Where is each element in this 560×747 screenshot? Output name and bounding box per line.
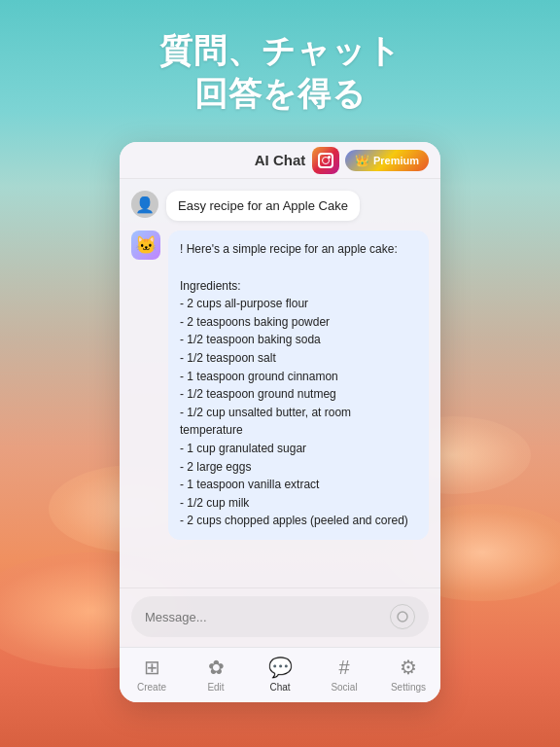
message-input-row	[131, 596, 429, 637]
nav-label-social: Social	[331, 682, 357, 693]
premium-badge[interactable]: 👑 Premium	[345, 150, 429, 171]
nav-item-create[interactable]: ⊞ Create	[125, 656, 179, 693]
svg-point-0	[398, 612, 407, 622]
settings-icon: ⚙	[400, 656, 417, 679]
ai-text: ! Here's a simple recipe for an apple ca…	[180, 242, 408, 527]
user-avatar-icon: 👤	[135, 196, 155, 214]
premium-text: Premium	[373, 155, 419, 166]
nav-item-settings[interactable]: ⚙ Settings	[382, 656, 436, 693]
header-badges: 👑 Premium	[312, 147, 429, 174]
app-header: AI Chat 👑 Premium	[120, 142, 440, 179]
nav-label-create: Create	[137, 682, 166, 693]
header-title: AI Chat	[255, 152, 306, 168]
nav-label-edit: Edit	[207, 682, 224, 693]
instagram-icon	[318, 153, 333, 168]
send-icon	[397, 611, 408, 622]
message-input[interactable]	[145, 610, 390, 624]
page-title: 質問、チャット 回答を得る	[159, 29, 402, 115]
social-icon: #	[338, 657, 349, 679]
title-section: 質問、チャット 回答を得る	[159, 29, 402, 115]
chat-icon: 💬	[268, 656, 293, 679]
instagram-badge[interactable]	[312, 147, 339, 174]
nav-item-edit[interactable]: ✿ Edit	[190, 656, 243, 693]
app-card: AI Chat 👑 Premium 👤 Easy recipe for an A…	[120, 142, 440, 702]
user-message: 👤 Easy recipe for an Apple Cake	[131, 191, 429, 221]
premium-icon: 👑	[355, 154, 369, 167]
user-bubble: Easy recipe for an Apple Cake	[166, 191, 360, 221]
ai-bubble: ! Here's a simple recipe for an apple ca…	[168, 231, 429, 540]
input-area	[120, 587, 440, 647]
send-button[interactable]	[390, 604, 415, 629]
page-container: 質問、チャット 回答を得る AI Chat 👑 Premium	[0, 0, 560, 747]
ai-avatar: 🐱	[131, 231, 160, 260]
create-icon: ⊞	[144, 656, 160, 679]
ai-message: 🐱 ! Here's a simple recipe for an apple …	[131, 231, 429, 540]
user-avatar: 👤	[131, 191, 158, 218]
nav-label-settings: Settings	[391, 682, 426, 693]
nav-item-chat[interactable]: 💬 Chat	[254, 656, 307, 693]
nav-label-chat: Chat	[269, 682, 290, 693]
edit-icon: ✿	[208, 656, 225, 679]
chat-area: 👤 Easy recipe for an Apple Cake 🐱 ! Here…	[120, 179, 440, 587]
nav-item-social[interactable]: # Social	[318, 657, 371, 693]
bottom-nav: ⊞ Create ✿ Edit 💬 Chat # Social ⚙ Settin…	[120, 647, 440, 702]
